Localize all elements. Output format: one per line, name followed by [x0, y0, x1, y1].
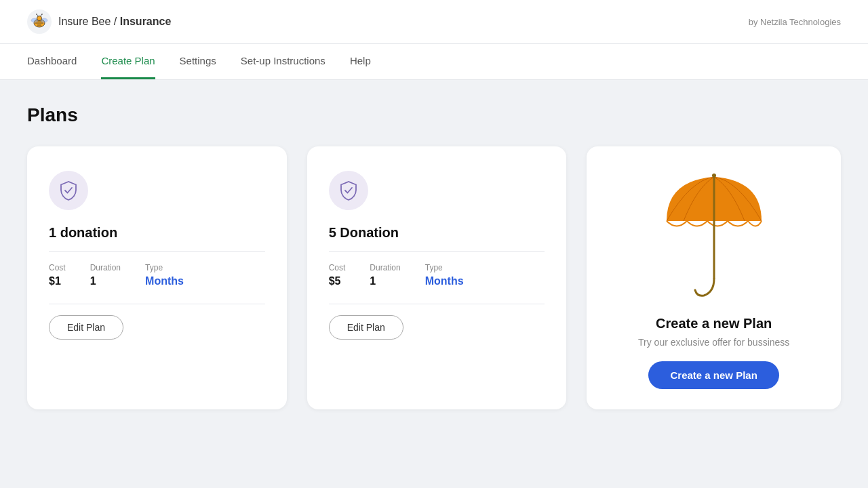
shield-icon-1	[339, 180, 358, 201]
nav-help[interactable]: Help	[350, 44, 371, 79]
brand-name: Insure Bee	[58, 16, 111, 27]
main-content: Plans 1 donation Cost $1 Duration 1	[0, 80, 868, 434]
type-value-1: Months	[425, 275, 464, 287]
divider-1	[329, 251, 545, 252]
duration-col-0: Duration 1	[90, 263, 121, 287]
promo-card: Create a new Plan Try our exclusive offe…	[587, 146, 841, 409]
plan-name-0: 1 donation	[49, 225, 265, 241]
type-value-0: Months	[145, 275, 184, 287]
cost-col-0: Cost $1	[49, 263, 66, 287]
cost-value-0: $1	[49, 275, 66, 287]
plan-name-1: 5 Donation	[329, 225, 545, 241]
duration-label-1: Duration	[370, 263, 400, 272]
umbrella-image-wrap	[660, 167, 768, 305]
nav-setup-instructions[interactable]: Set-up Instructions	[241, 44, 326, 79]
duration-col-1: Duration 1	[370, 263, 400, 287]
type-col-1: Type Months	[425, 263, 464, 287]
plan-details-1: Cost $5 Duration 1 Type Months	[329, 263, 545, 287]
svg-point-8	[37, 16, 42, 21]
cost-label-1: Cost	[329, 263, 346, 272]
plan-card-0: 1 donation Cost $1 Duration 1 Type Month…	[27, 146, 287, 409]
duration-value-0: 1	[90, 275, 121, 287]
nav-dashboard[interactable]: Dashboard	[27, 44, 77, 79]
promo-subtitle: Try our exclusive offer for bussiness	[638, 337, 789, 348]
edit-plan-button-0[interactable]: Edit Plan	[49, 315, 123, 340]
svg-point-10	[36, 14, 37, 15]
svg-point-12	[41, 14, 43, 15]
brand-area: Insure Bee / Insurance	[27, 9, 171, 34]
by-line: by Netzila Technologies	[749, 17, 841, 27]
product-name: Insurance	[120, 16, 172, 27]
plan-card-1: 5 Donation Cost $5 Duration 1 Type Month…	[307, 146, 567, 409]
cost-col-1: Cost $5	[329, 263, 346, 287]
edit-plan-button-1[interactable]: Edit Plan	[329, 315, 403, 340]
type-label-1: Type	[425, 263, 464, 272]
nav-create-plan[interactable]: Create Plan	[101, 44, 155, 79]
duration-value-1: 1	[370, 275, 400, 287]
shield-icon-0	[59, 180, 78, 201]
bee-logo-icon	[27, 9, 52, 34]
svg-point-15	[712, 174, 716, 178]
divider-bottom-1	[329, 304, 545, 304]
shield-icon-wrap-1	[329, 171, 368, 210]
brand-text: Insure Bee / Insurance	[58, 16, 171, 28]
umbrella-icon	[660, 167, 768, 302]
promo-title: Create a new Plan	[656, 316, 772, 331]
type-col-0: Type Months	[145, 263, 184, 287]
duration-label-0: Duration	[90, 263, 121, 272]
divider-0	[49, 251, 265, 252]
cost-value-1: $5	[329, 275, 346, 287]
header: Insure Bee / Insurance by Netzila Techno…	[0, 0, 868, 44]
nav-settings[interactable]: Settings	[180, 44, 216, 79]
navigation: Dashboard Create Plan Settings Set-up In…	[0, 44, 868, 80]
cost-label-0: Cost	[49, 263, 66, 272]
create-plan-button[interactable]: Create a new Plan	[648, 361, 778, 389]
type-label-0: Type	[145, 263, 184, 272]
page-title: Plans	[27, 104, 841, 126]
plan-details-0: Cost $1 Duration 1 Type Months	[49, 263, 265, 287]
cards-grid: 1 donation Cost $1 Duration 1 Type Month…	[27, 146, 841, 409]
divider-bottom-0	[49, 304, 265, 304]
shield-icon-wrap-0	[49, 171, 88, 210]
